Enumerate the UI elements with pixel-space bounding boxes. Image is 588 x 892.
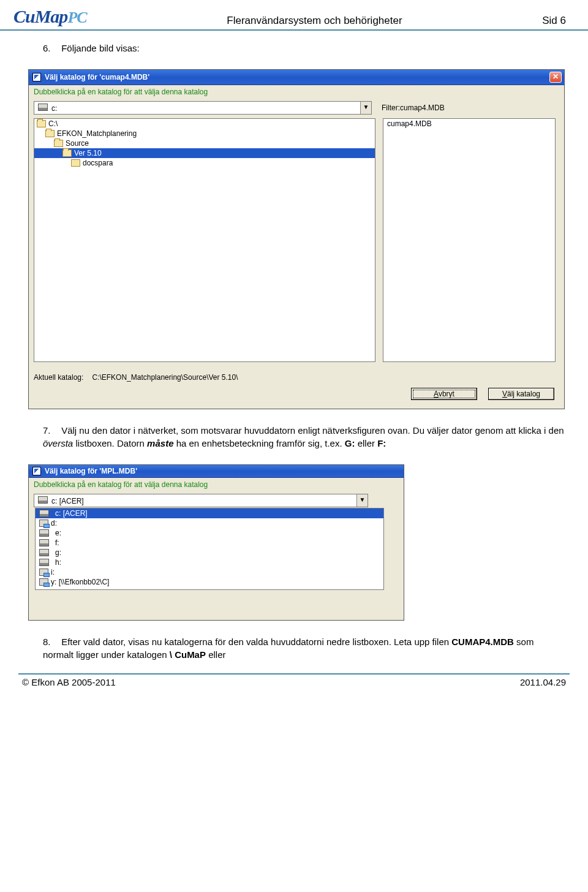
drive-icon (39, 549, 49, 556)
drive-option[interactable]: e: (36, 528, 383, 538)
close-button[interactable]: ✕ (549, 72, 562, 83)
step-7: 7. Välj nu den dator i nätverket, som mo… (43, 424, 566, 450)
drive-icon (39, 559, 49, 566)
current-path-label: Aktuell katalog: (34, 373, 83, 382)
drive-dropdown-list[interactable]: c: [ACER] d: e: f: g: h: i: y: [\\Efkonb… (35, 508, 384, 590)
step-6: 6. Följande bild visas: (43, 42, 566, 55)
current-path-row: Aktuell katalog: C:\EFKON_Matchplanering… (29, 367, 564, 384)
folder-closed-icon (71, 159, 80, 167)
content: 6. Följande bild visas: Välj katalog för… (0, 31, 588, 661)
page-number: Sid 6 (542, 15, 566, 27)
logo-suffix: PC (67, 9, 86, 26)
drive-dropdown[interactable]: c: ▼ (34, 101, 372, 115)
folder-open-icon (54, 140, 63, 147)
filter-label: Filter:cumap4.MDB (382, 104, 445, 112)
step-6-text: Följande bild visas: (61, 43, 140, 53)
drive-option[interactable]: f: (36, 538, 383, 548)
folder-open-icon (62, 149, 72, 157)
network-drive-icon (39, 520, 48, 527)
folder-item[interactable]: C:\ (34, 119, 375, 129)
folder-open-icon (37, 120, 46, 127)
drive-icon (38, 104, 48, 111)
select-catalog-button[interactable]: Välj katalog (488, 388, 554, 400)
drive-option[interactable]: i: (36, 567, 383, 577)
drive-value: c: [ACER] (51, 497, 84, 505)
footer-copyright: © Efkon AB 2005-2011 (22, 677, 116, 687)
drive-option-selected[interactable]: c: [ACER] (36, 508, 383, 518)
app-icon (32, 73, 41, 81)
drive-icon (39, 539, 49, 546)
chevron-down-icon[interactable]: ▼ (360, 102, 371, 114)
folder-item-selected[interactable]: Ver 5.10 (34, 148, 375, 158)
folder-item[interactable]: EFKON_Matchplanering (34, 129, 375, 138)
drive-option[interactable]: g: (36, 548, 383, 558)
page-header: CuMapPC Fleranvändarsystem och behörighe… (0, 0, 588, 31)
drive-option[interactable]: y: [\\Efkonbb02\C] (36, 577, 383, 587)
cancel-button[interactable]: Avbryt (411, 388, 477, 400)
network-drive-icon (39, 569, 48, 576)
step-8-num: 8. (43, 635, 59, 648)
step-8: 8. Efter vald dator, visas nu katalogern… (43, 635, 566, 661)
app-icon (32, 467, 41, 475)
logo: CuMapPC (13, 6, 87, 27)
footer-date: 2011.04.29 (520, 677, 566, 687)
drive-icon (39, 510, 49, 517)
doc-title: Fleranvändarsystem och behörigheter (227, 15, 402, 27)
titlebar[interactable]: Välj katalog för 'MPL.MDB' (29, 465, 404, 478)
folder-open-icon (45, 130, 55, 137)
titlebar[interactable]: Välj katalog för 'cumap4.MDB' ✕ (29, 70, 564, 85)
step-6-num: 6. (43, 42, 59, 55)
folder-item[interactable]: docspara (34, 158, 375, 168)
dialog-select-catalog-mpl: Välj katalog för 'MPL.MDB' Dubbelklicka … (28, 464, 404, 621)
dialog-select-catalog-cumap4: Välj katalog för 'cumap4.MDB' ✕ Dubbelkl… (28, 69, 565, 409)
drive-option[interactable]: h: (36, 558, 383, 567)
drive-dropdown[interactable]: c: [ACER] ▼ (34, 494, 368, 507)
logo-main: CuMap (13, 6, 67, 26)
folder-list[interactable]: C:\ EFKON_Matchplanering Source Ver 5.10… (34, 118, 375, 362)
drive-value: c: (51, 104, 57, 113)
drive-option[interactable]: d: (36, 518, 383, 528)
network-drive-icon (39, 578, 48, 586)
drive-icon (38, 496, 48, 504)
dialog-instruction: Dubbelklicka på en katalog för att välja… (29, 85, 564, 99)
page-footer: © Efkon AB 2005-2011 2011.04.29 (18, 673, 570, 702)
dialog-instruction: Dubbelklicka på en katalog för att välja… (29, 478, 404, 491)
current-path-value: C:\EFKON_Matchplanering\Source\Ver 5.10\ (92, 373, 238, 382)
file-item[interactable]: cumap4.MDB (383, 119, 555, 129)
dialog-title: Välj katalog för 'MPL.MDB' (45, 467, 137, 475)
folder-item[interactable]: Source (34, 138, 375, 148)
close-icon: ✕ (552, 72, 559, 81)
dialog-title: Välj katalog för 'cumap4.MDB' (45, 73, 149, 81)
chevron-down-icon[interactable]: ▼ (356, 494, 368, 507)
drive-icon (39, 529, 49, 537)
step-7-num: 7. (43, 424, 59, 437)
file-list[interactable]: cumap4.MDB (383, 118, 556, 362)
